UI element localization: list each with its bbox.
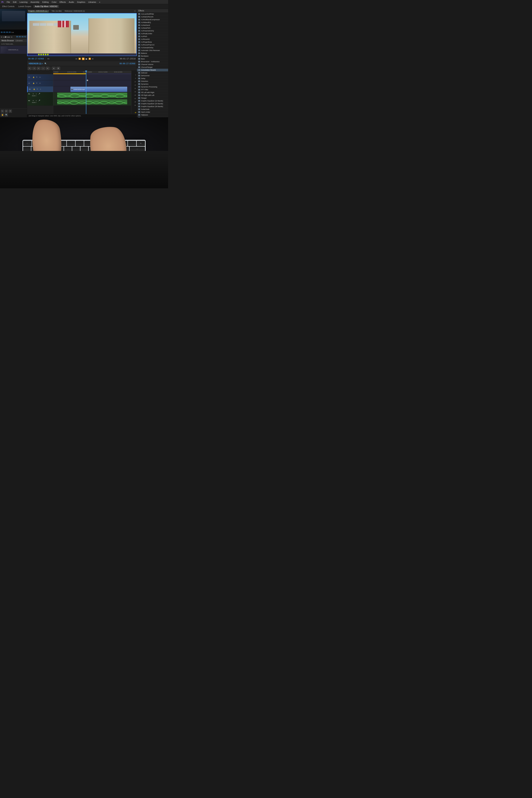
track-row-v3[interactable] [53,74,131,80]
effect-item-13[interactable]: ⊞Automatic Click Remover [137,49,168,52]
effect-item-1[interactable]: ⊞AUMatrixReverb [137,16,168,18]
menu-item-learning[interactable]: Learning [19,1,27,3]
text-tool[interactable]: T [8,110,12,113]
maximize-btn[interactable]: ⊡ [134,10,136,12]
play-btn[interactable]: ▶ [5,36,7,38]
razor-tool[interactable]: ✂ [5,110,8,113]
effect-item-6[interactable]: ⊞AUParametricEQ [137,30,168,32]
playhead[interactable] [86,71,86,114]
effect-item-16[interactable]: ⊞Bass [137,58,168,60]
effect-item-23[interactable]: ⊞Delay [137,77,168,80]
v2-eye[interactable]: 👁 [36,82,38,84]
menu-item-color[interactable]: Color [52,1,56,3]
effect-item-8[interactable]: ⊞AUPitch [137,35,168,38]
settings[interactable]: ⚙ [56,67,60,70]
effect-item-11[interactable]: ⊞AURoundTripAAC [137,43,168,46]
selection-tool[interactable]: ↖ [1,110,4,113]
effect-item-25[interactable]: ⊞Dynamics [137,83,168,86]
media-list-item[interactable]: VIDEO0235 (1) [0,45,27,54]
effect-item-10[interactable]: ⊞AURogerBeep [137,41,168,43]
key-esc[interactable]: esc [23,141,31,146]
effect-item-19[interactable]: ⊞Chorus/Flanger [137,66,168,69]
effect-item-22[interactable]: ⊞DeHummer [137,74,168,77]
key-f12[interactable] [128,141,136,146]
effect-item-29[interactable]: ⊞Fill Right with Left [137,94,168,97]
menu-item-effects[interactable]: Effects [60,1,66,3]
zoom-tool[interactable]: 🔍 [5,113,8,117]
audio-clip-a2[interactable] [57,99,127,104]
video-clip-v1[interactable]: 🎬 VIDEO0258.mp4 [71,87,127,92]
go-start-monitor[interactable]: ⏮ [75,58,77,60]
menu-item-libraries[interactable]: Libraries [88,1,96,3]
track-row-v1[interactable]: 🎬 VIDEO0258.mp4 [53,86,131,92]
effect-item-12[interactable]: ⊞AUSampleDelay [137,46,168,49]
step-fwd[interactable]: ⏩ [89,58,91,60]
a2-mic[interactable]: 🎤 [38,100,40,101]
effect-item-26[interactable]: ⊞Dynamics Processing [137,86,168,88]
a2-s[interactable]: S [35,100,38,101]
a1-s[interactable]: S [35,93,38,95]
effect-item-18[interactable]: ⊞Channel Volume [137,63,168,66]
effect-item-5[interactable]: ⊞AUNewPitch [137,27,168,30]
effect-item-17[interactable]: ⊞Binauraizer - Ambisonics [137,60,168,63]
tab-effect-controls[interactable]: Effect Controls [1,5,16,8]
effect-item-30[interactable]: ⊞Flanger [137,97,168,99]
zoom-level[interactable]: Fit [48,58,49,60]
effect-item-14[interactable]: ⊞Balance [137,52,168,55]
effect-item-0[interactable]: ⊞AULowShelfFilter [137,13,168,16]
effect-item-34[interactable]: ⊞GuitarSuite [137,108,168,111]
ripple-tool[interactable]: ⊣ [32,67,36,70]
v1-lock[interactable]: 🔒 [33,88,36,90]
effect-item-15[interactable]: ⊞Bandpass [137,55,168,58]
add-marker[interactable]: ♦ [52,67,56,70]
play-fwd-btn[interactable]: ▶▶ [7,36,10,38]
track-row-a2[interactable] [53,99,131,106]
v2-m[interactable]: M [39,82,41,84]
effect-item-24[interactable]: ⊞Distortion [137,80,168,83]
effect-item-4[interactable]: ⊞AUNetSend [137,24,168,27]
lift-tool[interactable]: ↖ [28,67,32,70]
track-row-a1[interactable] [53,92,131,99]
menu-item-assembly[interactable]: Assembly [31,1,39,3]
go-end-monitor[interactable]: ⏭ [92,58,94,60]
audio-clip-a1[interactable] [57,93,127,98]
play-monitor[interactable]: ▶ [86,58,88,60]
v1-eye[interactable]: 👁 [36,88,39,90]
menu-item-audio[interactable]: Audio [69,1,74,3]
key-f6[interactable] [76,141,84,146]
v2-lock[interactable]: 🔒 [32,82,35,84]
tab-audio-clip-mixer[interactable]: Audio Clip Mixer: VIDEO02 [34,5,59,8]
track-content[interactable]: 5:00000 00:00:16:22050 00:00:17:00000 00… [53,71,131,114]
key-f5[interactable] [67,141,75,146]
track-row-v2[interactable] [53,80,131,86]
effect-item-35[interactable]: ⊞Hard Limiter [137,111,168,114]
slip-tool[interactable]: ↔ [41,67,45,70]
effect-item-31[interactable]: ⊞Graphic Equalizer (10 Bands) [137,99,168,102]
menu-item-more[interactable]: » [99,1,100,3]
step-back[interactable]: ⏪ [78,58,81,60]
effect-item-9[interactable]: ⊞AUReverb2 [137,38,168,41]
a1-m[interactable]: M [32,93,35,95]
effect-item-36[interactable]: ⊞Highpass [137,114,168,116]
a1-mic[interactable]: 🎤 [38,93,40,95]
tab-lumetri[interactable]: Lumetri Scopes [17,5,33,8]
v1-s[interactable]: S [39,88,42,90]
play-back-btn[interactable]: ◀ [3,36,4,38]
media-list[interactable]: VIDEO0235 (1) [0,45,27,109]
effect-item-3[interactable]: ⊞AUNBandEQ [137,21,168,24]
effect-item-21[interactable]: ⊞DeEsser [137,72,168,74]
effect-item-32[interactable]: ⊞Graphic Equalizer (20 Bands) [137,102,168,105]
menu-item-graphics[interactable]: Graphics [77,1,85,3]
effect-item-33[interactable]: ⊞Graphic Equalizer (30 Bands) [137,105,168,108]
effect-item-20[interactable]: ⊞Convolution Reverb [137,69,168,72]
razor-tool-tl[interactable]: ✂ [37,67,40,70]
pen-tool[interactable]: ✏ [46,67,50,70]
v3-eye[interactable]: 👁 [36,76,38,78]
effect-item-7[interactable]: ⊞AUPeakLimiter [137,32,168,35]
menu-item-edit[interactable]: Edit [13,1,16,3]
a2-m[interactable]: M [32,100,35,101]
go-end-btn[interactable]: ⏭ [11,36,13,38]
hand-tool[interactable]: ✋ [1,113,4,117]
key-power[interactable]: ⏻ [137,141,145,146]
play-stop[interactable]: ⏪ [82,58,84,60]
